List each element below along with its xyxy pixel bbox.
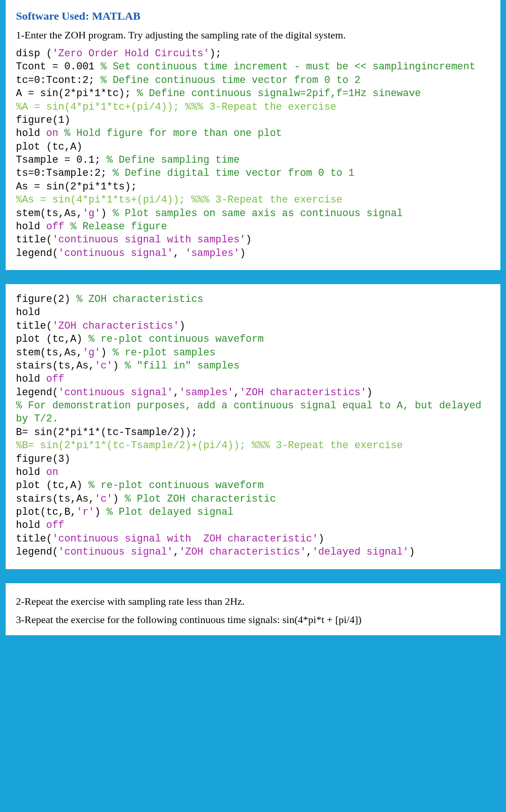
- code-comment: % Plot ZOH characteristic: [125, 493, 276, 504]
- code-token: ,: [173, 546, 179, 557]
- code-token: ): [95, 506, 107, 518]
- code-string: 'continuous signal with ZOH characterist…: [52, 533, 318, 544]
- code-token: plot (tc,A): [16, 141, 82, 152]
- code-token: hold: [16, 519, 46, 531]
- code-keyword: on: [46, 466, 59, 478]
- code-token: title(: [16, 533, 52, 544]
- code-string: 'g': [82, 347, 101, 358]
- code-comment: % Release figure: [70, 221, 167, 232]
- code-token: hold: [16, 373, 46, 384]
- code-string: 'samples': [179, 387, 233, 398]
- code-token: figure(1): [16, 114, 70, 126]
- code-token: stairs(ts,As,: [16, 493, 95, 504]
- code-token: legend(: [16, 546, 58, 557]
- code-token: ): [366, 387, 372, 398]
- code-string: 'continuous signal': [58, 546, 173, 557]
- code-string: 'r': [76, 506, 95, 518]
- code-token: title(: [16, 320, 52, 331]
- code-token: ): [112, 493, 125, 504]
- code-token: legend(: [16, 248, 58, 259]
- heading-software-used: Software Used: MATLAB: [16, 8, 490, 23]
- code-string: 'g': [82, 208, 101, 219]
- code-comment: % ZOH characteristics: [76, 293, 203, 305]
- panel-questions: 2-Repeat the exercise with sampling rate…: [6, 583, 500, 635]
- code-keyword: off: [46, 373, 65, 384]
- code-comment: % "fill in" samples: [125, 360, 239, 371]
- code-comment-alt: %As = sin(4*pi*1*ts+(pi/4)); %%% 3-Repea…: [16, 194, 342, 205]
- code-token: stem(ts,As,: [16, 347, 82, 358]
- code-keyword: on: [46, 128, 65, 139]
- instruction-1: 1-Enter the ZOH program. Try adjusting t…: [16, 28, 490, 42]
- code-token: A = sin(2*pi*1*tc);: [16, 88, 137, 99]
- code-string: 'ZOH characteristics': [179, 546, 306, 557]
- code-token: figure(3): [16, 453, 70, 465]
- question-2: 2-Repeat the exercise with sampling rate…: [16, 594, 490, 609]
- code-comment: % Set continuous time increment - must b…: [101, 61, 476, 72]
- panel-intro: Software Used: MATLAB 1-Enter the ZOH pr…: [6, 0, 500, 270]
- code-comment: % re-plot continuous waveform: [89, 333, 264, 345]
- code-token: ,: [306, 546, 312, 557]
- code-token: Tcont = 0.001: [16, 61, 101, 72]
- code-comment: % Hold figure for more than one plot: [64, 128, 282, 139]
- code-token: ): [112, 360, 125, 371]
- code-comment: % re-plot continuous waveform: [89, 480, 264, 491]
- code-token: Tsample = 0.1;: [16, 154, 107, 165]
- code-string: 'ZOH characteristics': [239, 387, 366, 398]
- code-string: 'c': [95, 493, 113, 504]
- code-token: plot(tc,B,: [16, 506, 76, 518]
- code-token: plot (tc,A): [16, 480, 89, 491]
- code-token: tc=0:Tcont:2;: [16, 75, 101, 86]
- code-string: 'delayed signal': [312, 546, 409, 557]
- code-token: ): [179, 320, 185, 331]
- code-token: hold: [16, 128, 46, 139]
- code-string: 'continuous signal': [58, 248, 173, 259]
- code-token: legend(: [16, 387, 58, 398]
- code-comment: % Define sampling time: [107, 154, 240, 165]
- code-token: As = sin(2*pi*1*ts);: [16, 181, 137, 192]
- code-token: ): [101, 347, 113, 358]
- code-string: 'continuous signal': [58, 387, 173, 398]
- code-token: stairs(ts,As,: [16, 360, 95, 371]
- code-token: title(: [16, 234, 52, 245]
- code-token: ): [101, 208, 113, 219]
- code-comment: % Plot samples on same axis as continuou…: [112, 208, 402, 219]
- code-token: figure(2): [16, 293, 76, 305]
- code-token: ): [246, 234, 252, 245]
- code-comment: % Define continuous time vector from 0 t…: [101, 75, 361, 86]
- panel-code-2: figure(2) % ZOH characteristics hold tit…: [6, 284, 500, 569]
- code-comment: % Plot delayed signal: [107, 506, 234, 518]
- code-string: 'samples': [185, 248, 239, 259]
- code-comment-alt: %A = sin(4*pi*1*tc+(pi/4)); %%% 3-Repeat…: [16, 101, 336, 113]
- code-string: 'continuous signal with samples': [52, 234, 246, 245]
- code-comment: % For demonstration purposes, add a cont…: [16, 400, 487, 424]
- code-token: hold: [16, 307, 40, 318]
- code-string: 'Zero Order Hold Circuits': [52, 48, 209, 59]
- code-token: plot (tc,A): [16, 333, 89, 345]
- code-token: ,: [234, 387, 240, 398]
- code-token: disp (: [16, 48, 52, 59]
- code-token: ): [409, 546, 415, 557]
- code-comment: % Define continuous signalw=2pif,f=1Hz s…: [137, 88, 421, 99]
- code-token: ts=0:Tsample:2;: [16, 167, 112, 179]
- code-token: hold: [16, 466, 46, 478]
- code-token: stem(ts,As,: [16, 208, 82, 219]
- code-comment-alt: %B= sin(2*pi*1*(tc-Tsample/2)+(pi/4)); %…: [16, 440, 403, 451]
- question-3: 3-Repeat the exercise for the following …: [16, 613, 490, 627]
- code-token: hold: [16, 221, 46, 232]
- code-token: ): [239, 248, 246, 259]
- code-token: B= sin(2*pi*1*(tc-Tsample/2));: [16, 427, 197, 438]
- code-keyword: off: [46, 519, 65, 531]
- code-comment: % Define digital time vector from 0 to 1: [112, 167, 354, 179]
- code-token: );: [209, 48, 222, 59]
- code-token: ): [318, 533, 324, 544]
- code-comment: % re-plot samples: [112, 347, 215, 358]
- code-token: ,: [173, 248, 185, 259]
- code-block-2: figure(2) % ZOH characteristics hold tit…: [16, 293, 490, 559]
- code-keyword: off: [46, 221, 71, 232]
- code-block-1: disp ('Zero Order Hold Circuits'); Tcont…: [16, 47, 490, 260]
- code-string: 'c': [95, 360, 113, 371]
- code-string: 'ZOH characteristics': [52, 320, 179, 331]
- code-token: ,: [173, 387, 179, 398]
